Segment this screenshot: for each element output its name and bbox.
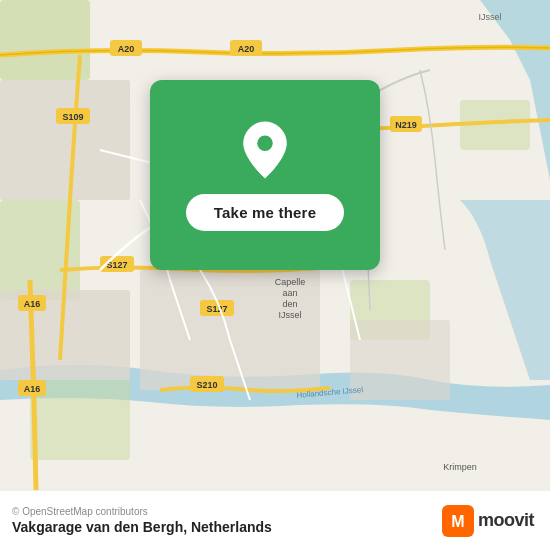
svg-point-35 — [257, 135, 272, 150]
svg-text:aan: aan — [282, 288, 297, 298]
svg-text:M: M — [451, 513, 464, 530]
svg-text:den: den — [282, 299, 297, 309]
app: A20 A20 S109 S127 S127 A16 A16 S210 — [0, 0, 550, 550]
moovit-text: moovit — [478, 510, 534, 531]
svg-rect-6 — [0, 80, 130, 200]
svg-text:A16: A16 — [24, 299, 41, 309]
svg-text:N219: N219 — [395, 120, 417, 130]
svg-text:Krimpen: Krimpen — [443, 462, 477, 472]
svg-text:A20: A20 — [238, 44, 255, 54]
location-name: Vakgarage van den Bergh, Netherlands — [12, 519, 272, 535]
svg-text:A20: A20 — [118, 44, 135, 54]
svg-text:IJssel: IJssel — [478, 12, 501, 22]
location-pin-icon — [239, 120, 291, 180]
svg-text:Capelle: Capelle — [275, 277, 306, 287]
take-me-there-button[interactable]: Take me there — [186, 194, 344, 231]
svg-rect-9 — [350, 320, 450, 400]
footer: © OpenStreetMap contributors Vakgarage v… — [0, 490, 550, 550]
moovit-icon: M — [442, 505, 474, 537]
footer-left: © OpenStreetMap contributors Vakgarage v… — [12, 506, 272, 535]
svg-text:A16: A16 — [24, 384, 41, 394]
svg-text:S127: S127 — [206, 304, 227, 314]
map-container: A20 A20 S109 S127 S127 A16 A16 S210 — [0, 0, 550, 490]
svg-rect-1 — [0, 0, 90, 80]
svg-text:IJssel: IJssel — [278, 310, 301, 320]
overlay-card: Take me there — [150, 80, 380, 270]
moovit-logo[interactable]: M moovit — [442, 505, 534, 537]
svg-text:S109: S109 — [62, 112, 83, 122]
svg-text:S210: S210 — [196, 380, 217, 390]
osm-credit: © OpenStreetMap contributors — [12, 506, 272, 517]
